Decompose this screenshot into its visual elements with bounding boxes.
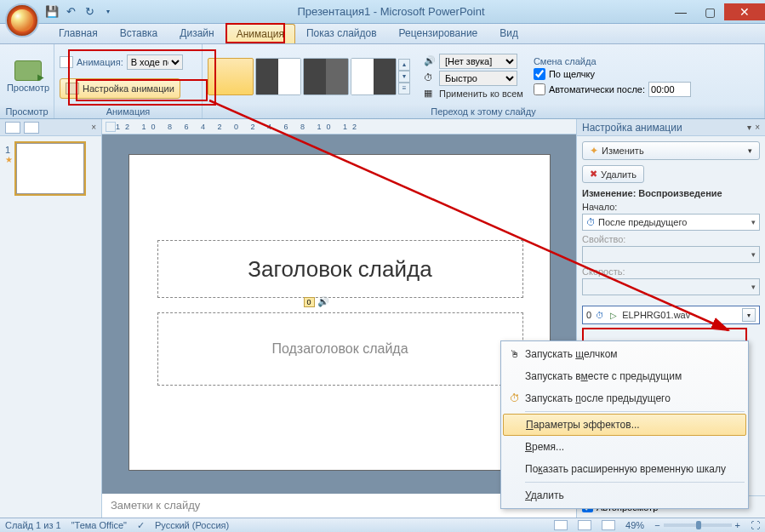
anim-tag: 0 🔊 <box>304 296 329 307</box>
tab-review[interactable]: Рецензирование <box>388 23 489 43</box>
effect-item[interactable]: 0 ⏱ ▷ ELPHRG01.wav ▾ <box>582 306 760 324</box>
thumb-number: 1 <box>5 145 13 155</box>
window-title: Презентация1 - Microsoft PowerPoint <box>116 5 666 18</box>
language-indicator[interactable]: Русский (Россия) <box>155 520 229 530</box>
zoom-in-icon[interactable]: + <box>735 520 740 530</box>
thumb-anim-icon: ★ <box>5 155 13 164</box>
taskpane-dropdown-icon[interactable]: ▾ <box>747 123 751 132</box>
ribbon: Просмотр Просмотр Анимация: В ходе посл.… <box>0 44 765 119</box>
gallery-down-icon[interactable]: ▾ <box>398 71 410 83</box>
separator <box>525 411 745 412</box>
save-icon[interactable]: 💾 <box>44 4 60 20</box>
auto-after-checkbox[interactable] <box>534 83 545 95</box>
preview-label: Просмотр <box>7 83 49 93</box>
item-dropdown-icon[interactable]: ▾ <box>742 308 756 322</box>
zoom-track[interactable] <box>664 523 732 527</box>
slide-thumbnails-panel: × 1★ <box>0 119 102 518</box>
tab-slideshow[interactable]: Показ слайдов <box>295 23 388 43</box>
ctx-timing[interactable]: Время... <box>501 436 748 458</box>
tab-insert[interactable]: Вставка <box>109 23 169 43</box>
gallery-up-icon[interactable]: ▴ <box>398 59 410 71</box>
tab-home[interactable]: Главная <box>48 23 109 43</box>
taskpane-close-icon[interactable]: × <box>755 123 760 132</box>
office-button[interactable] <box>5 3 39 37</box>
transition-item[interactable] <box>255 58 301 95</box>
undo-icon[interactable]: ↶ <box>63 4 78 20</box>
group-label-transition: Переход к этому слайду <box>203 105 764 118</box>
animation-setup-button[interactable]: Настройка анимации <box>60 78 180 99</box>
thumb-slot-1[interactable]: 1★ <box>0 136 101 201</box>
redo-icon[interactable]: ↻ <box>82 4 97 20</box>
start-combo[interactable]: ⏱ После предыдущего▾ <box>582 214 760 231</box>
thumb-tabs: × <box>0 119 101 136</box>
animate-combo[interactable]: В ходе посл... <box>127 54 183 70</box>
play-icon: ▷ <box>608 310 619 320</box>
slide-change: Смена слайда По щелчку Автоматически пос… <box>534 56 704 97</box>
slideshow-view-icon[interactable] <box>602 520 615 530</box>
ribbon-tabs: Главная Вставка Дизайн Анимация Показ сл… <box>0 24 765 44</box>
lang-icon: ✓ <box>137 520 145 531</box>
qat-dropdown-icon[interactable]: ▾ <box>100 4 116 20</box>
quick-access-toolbar: 💾 ↶ ↻ ▾ <box>44 4 116 20</box>
transition-item[interactable] <box>303 58 349 95</box>
group-label-animation: Анимация <box>54 105 202 118</box>
zoom-label: 49% <box>625 520 644 530</box>
fit-icon[interactable]: ⛶ <box>751 520 760 530</box>
apply-all-button[interactable]: Применить ко всем <box>439 89 523 99</box>
zoom-out-icon[interactable]: − <box>654 520 659 530</box>
ctx-on-click[interactable]: 🖱Запускать щелчком <box>501 343 748 365</box>
title-text: Заголовок слайда <box>248 256 431 283</box>
sorter-view-icon[interactable] <box>578 520 591 530</box>
slide-indicator: Слайд 1 из 1 <box>5 520 61 530</box>
start-value: После предыдущего <box>598 217 687 227</box>
preview-button[interactable]: Просмотр <box>5 57 51 96</box>
ctx-with-prev[interactable]: Запускать вместе с предыдущим <box>501 365 748 387</box>
effect-name: ELPHRG01.wav <box>622 310 690 320</box>
sound-icon: 🔊 <box>424 55 436 67</box>
window-controls: — ▢ ✕ <box>666 3 765 20</box>
delete-icon: ✖ <box>590 169 597 180</box>
speed-combo: ▾ <box>582 278 760 295</box>
tab-animation[interactable]: Анимация <box>226 24 295 43</box>
ctx-delete[interactable]: Удалить <box>501 484 748 506</box>
setup-label: Настройка анимации <box>83 83 174 94</box>
item-num: 0 <box>586 310 591 320</box>
thumb-image[interactable] <box>16 143 84 194</box>
slide[interactable]: Заголовок слайда 0 🔊 Подзаголовок слайда <box>128 154 551 471</box>
tab-view[interactable]: Вид <box>488 23 529 43</box>
maximize-button[interactable]: ▢ <box>695 3 724 20</box>
ctx-effect-options[interactable]: Параметры эффектов... <box>503 414 746 436</box>
auto-after-time[interactable] <box>648 82 691 97</box>
subtitle-text: Подзаголовок слайда <box>271 341 408 357</box>
transition-speed-combo[interactable]: Быстро <box>439 71 517 86</box>
change-effect-button[interactable]: ✦Изменить▾ <box>582 141 760 160</box>
panel-close-icon[interactable]: × <box>91 123 96 132</box>
normal-view-icon[interactable] <box>554 520 568 530</box>
transition-item[interactable] <box>351 58 397 95</box>
ctx-after-prev[interactable]: ⏱Запускать после предыдущего <box>501 387 748 409</box>
close-button[interactable]: ✕ <box>724 3 765 20</box>
ruler-marks: 12 10 8 6 4 2 0 2 4 6 8 10 12 <box>116 123 362 131</box>
subtitle-placeholder[interactable]: Подзаголовок слайда <box>157 312 523 386</box>
start-label: Начало: <box>582 202 760 212</box>
outline-tab-icon[interactable] <box>24 122 39 134</box>
title-bar: 💾 ↶ ↻ ▾ Презентация1 - Microsoft PowerPo… <box>0 0 765 24</box>
group-preview: Просмотр Просмотр <box>0 44 54 118</box>
transition-none[interactable] <box>208 58 254 95</box>
tab-design[interactable]: Дизайн <box>168 23 225 43</box>
title-placeholder[interactable]: Заголовок слайда <box>157 240 523 298</box>
change-play-label: Изменение: Воспроизведение <box>582 188 760 198</box>
on-click-checkbox[interactable] <box>534 68 545 80</box>
zoom-slider[interactable]: − + <box>654 520 740 530</box>
delete-effect-button[interactable]: ✖Удалить <box>582 165 644 183</box>
ctx-show-timeline[interactable]: Показать расширенную временную шкалу <box>501 458 748 480</box>
slides-tab-icon[interactable] <box>5 122 20 134</box>
apply-icon: ▦ <box>424 88 436 100</box>
taskpane-body: ✦Изменить▾ ✖Удалить Изменение: Воспроизв… <box>577 136 765 329</box>
transition-sound-combo[interactable]: [Нет звука] <box>439 54 517 69</box>
gallery-more-icon[interactable]: ≡ <box>398 83 410 94</box>
gallery-scroll: ▴ ▾ ≡ <box>398 59 410 94</box>
property-combo: ▾ <box>582 246 760 263</box>
transition-gallery: ▴ ▾ ≡ <box>208 58 410 95</box>
minimize-button[interactable]: — <box>666 3 695 20</box>
